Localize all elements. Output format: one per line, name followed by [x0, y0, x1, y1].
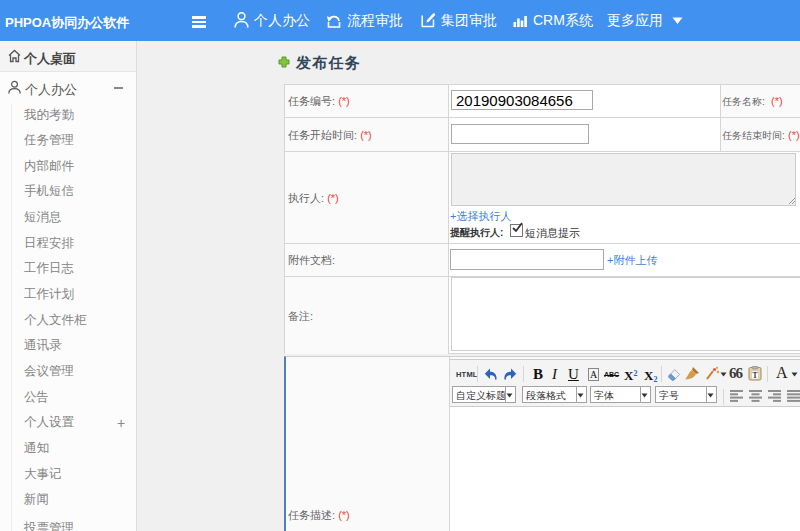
svg-text:T: T — [752, 371, 757, 380]
